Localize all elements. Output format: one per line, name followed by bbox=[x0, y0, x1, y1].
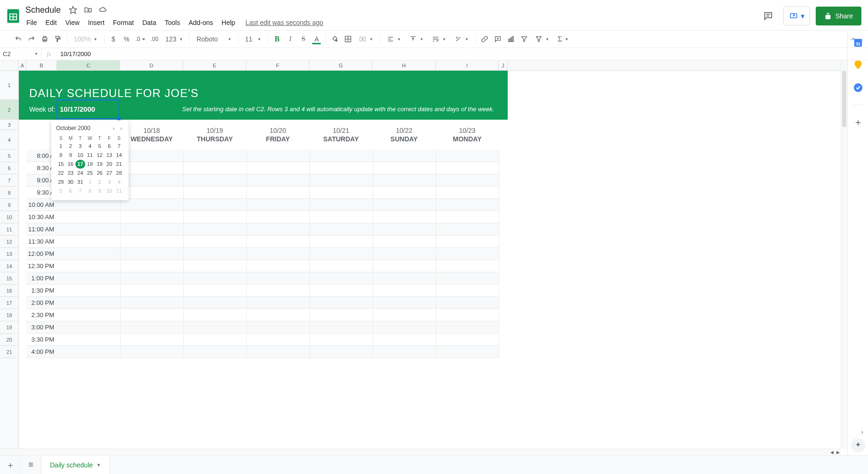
font-size-dropdown[interactable]: 11▼ bbox=[241, 33, 265, 45]
format-currency-icon[interactable]: $ bbox=[107, 33, 120, 45]
dp-day[interactable]: 1 bbox=[56, 142, 66, 151]
schedule-row[interactable] bbox=[57, 260, 499, 272]
col-header-D[interactable]: D bbox=[120, 60, 183, 70]
time-slot[interactable]: 4:00 PM bbox=[26, 346, 57, 358]
format-percent-icon[interactable]: % bbox=[121, 33, 133, 45]
row-header-11[interactable]: 11 bbox=[0, 223, 18, 236]
number-format-dropdown[interactable]: 123▼ bbox=[162, 33, 187, 45]
schedule-row[interactable] bbox=[57, 272, 499, 285]
col-header-I[interactable]: I bbox=[436, 60, 499, 70]
col-header-B[interactable]: B bbox=[26, 60, 57, 70]
dp-day[interactable]: 30 bbox=[66, 178, 76, 187]
datepicker-prev-icon[interactable]: ‹ bbox=[111, 124, 117, 132]
calendar-addon-icon[interactable]: 31 bbox=[852, 37, 864, 48]
row-header-2[interactable]: 2 bbox=[0, 100, 18, 120]
cloud-status-icon[interactable] bbox=[97, 4, 109, 16]
dp-day[interactable]: 15 bbox=[56, 160, 66, 169]
dp-day[interactable]: 6 bbox=[105, 142, 114, 151]
dp-day[interactable]: 13 bbox=[105, 151, 114, 160]
day-header[interactable]: 10/18WEDNESDAY bbox=[120, 120, 183, 150]
time-slot[interactable]: 3:30 PM bbox=[26, 334, 57, 346]
dp-day[interactable]: 11 bbox=[114, 187, 124, 196]
datepicker-next-icon[interactable]: › bbox=[118, 124, 124, 132]
row-header-5[interactable]: 5 bbox=[0, 150, 18, 162]
dp-day[interactable]: 4 bbox=[85, 142, 95, 151]
get-addons-icon[interactable]: ＋ bbox=[852, 116, 864, 128]
undo-icon[interactable] bbox=[12, 33, 24, 45]
row-header-14[interactable]: 14 bbox=[0, 260, 18, 272]
dp-day[interactable]: 10 bbox=[105, 187, 114, 196]
menu-addons[interactable]: Add-ons bbox=[185, 17, 217, 28]
v-align-dropdown[interactable]: ▼ bbox=[406, 33, 427, 45]
row-header-9[interactable]: 9 bbox=[0, 199, 18, 211]
row-header-3[interactable]: 3 bbox=[0, 120, 18, 130]
dp-day[interactable]: 3 bbox=[75, 142, 85, 151]
dp-day[interactable]: 9 bbox=[66, 151, 76, 160]
schedule-row[interactable] bbox=[57, 285, 499, 297]
dp-day[interactable]: 7 bbox=[114, 142, 124, 151]
print-icon[interactable] bbox=[39, 33, 51, 45]
dp-day[interactable]: 9 bbox=[95, 187, 105, 196]
dp-day[interactable]: 2 bbox=[95, 178, 105, 187]
time-slot[interactable]: 12:00 PM bbox=[26, 248, 57, 260]
time-slot[interactable]: 10:00 AM bbox=[26, 199, 57, 211]
dp-day[interactable]: 31 bbox=[75, 178, 85, 187]
row-header-19[interactable]: 19 bbox=[0, 321, 18, 334]
formula-input[interactable]: 10/17/2000 bbox=[57, 50, 868, 57]
keep-addon-icon[interactable] bbox=[852, 59, 864, 71]
tasks-addon-icon[interactable] bbox=[852, 82, 864, 93]
row-header-16[interactable]: 16 bbox=[0, 285, 18, 297]
time-slot[interactable]: 2:00 PM bbox=[26, 297, 57, 309]
row-header-6[interactable]: 6 bbox=[0, 162, 18, 174]
menu-help[interactable]: Help bbox=[218, 17, 239, 28]
time-slot[interactable]: 10:30 AM bbox=[26, 211, 57, 223]
schedule-row[interactable] bbox=[57, 346, 499, 358]
filter-icon[interactable] bbox=[518, 33, 530, 45]
comments-icon[interactable] bbox=[759, 7, 778, 25]
dp-day[interactable]: 5 bbox=[56, 187, 66, 196]
dp-day[interactable]: 6 bbox=[66, 187, 76, 196]
row-header-8[interactable]: 8 bbox=[0, 187, 18, 199]
all-sheets-button[interactable]: ≡ bbox=[21, 456, 41, 474]
dp-day[interactable]: 29 bbox=[56, 178, 66, 187]
time-slot[interactable]: 2:30 PM bbox=[26, 309, 57, 321]
day-header[interactable]: 10/19THURSDAY bbox=[183, 120, 246, 150]
row-header-10[interactable]: 10 bbox=[0, 211, 18, 223]
paint-format-icon[interactable] bbox=[52, 33, 64, 45]
dp-day[interactable]: 3 bbox=[105, 178, 114, 187]
time-slot[interactable]: 3:00 PM bbox=[26, 321, 57, 334]
dp-day[interactable]: 21 bbox=[114, 160, 124, 169]
fill-color-icon[interactable] bbox=[329, 33, 341, 45]
time-slot[interactable]: 12:30 PM bbox=[26, 260, 57, 272]
bold-icon[interactable]: B bbox=[271, 33, 283, 45]
dp-day[interactable]: 27 bbox=[105, 169, 114, 178]
increase-decimal-icon[interactable]: .00 bbox=[148, 33, 161, 45]
sheets-logo[interactable] bbox=[4, 7, 23, 25]
zoom-dropdown[interactable]: 100%▼ bbox=[70, 33, 101, 45]
row-header-7[interactable]: 7 bbox=[0, 174, 18, 187]
row-header-1[interactable]: 1 bbox=[0, 71, 18, 100]
star-icon[interactable] bbox=[67, 4, 79, 16]
sheet-tab-daily-schedule[interactable]: Daily schedule ▼ bbox=[41, 456, 110, 474]
dp-day[interactable]: 10 bbox=[75, 151, 85, 160]
col-header-F[interactable]: F bbox=[246, 60, 309, 70]
row-header-4[interactable]: 4 bbox=[0, 130, 18, 150]
col-header-J[interactable]: J bbox=[499, 60, 508, 70]
borders-icon[interactable] bbox=[342, 33, 354, 45]
explore-icon[interactable] bbox=[851, 438, 865, 452]
wrap-dropdown[interactable]: ▼ bbox=[428, 33, 450, 45]
dp-day[interactable]: 8 bbox=[85, 187, 95, 196]
row-header-13[interactable]: 13 bbox=[0, 248, 18, 260]
horizontal-scrollbar[interactable]: ◀▶ bbox=[0, 449, 841, 455]
row-header-12[interactable]: 12 bbox=[0, 236, 18, 248]
menu-format[interactable]: Format bbox=[109, 17, 138, 28]
dp-day[interactable]: 1 bbox=[85, 178, 95, 187]
menu-data[interactable]: Data bbox=[138, 17, 160, 28]
dp-day[interactable]: 25 bbox=[85, 169, 95, 178]
last-edit-link[interactable]: Last edit was seconds ago bbox=[245, 19, 323, 26]
rotate-dropdown[interactable]: ▼ bbox=[451, 33, 472, 45]
schedule-row[interactable] bbox=[57, 321, 499, 334]
dp-day[interactable]: 8 bbox=[56, 151, 66, 160]
dp-day[interactable]: 19 bbox=[95, 160, 105, 169]
day-header[interactable]: 10/23MONDAY bbox=[436, 120, 499, 150]
